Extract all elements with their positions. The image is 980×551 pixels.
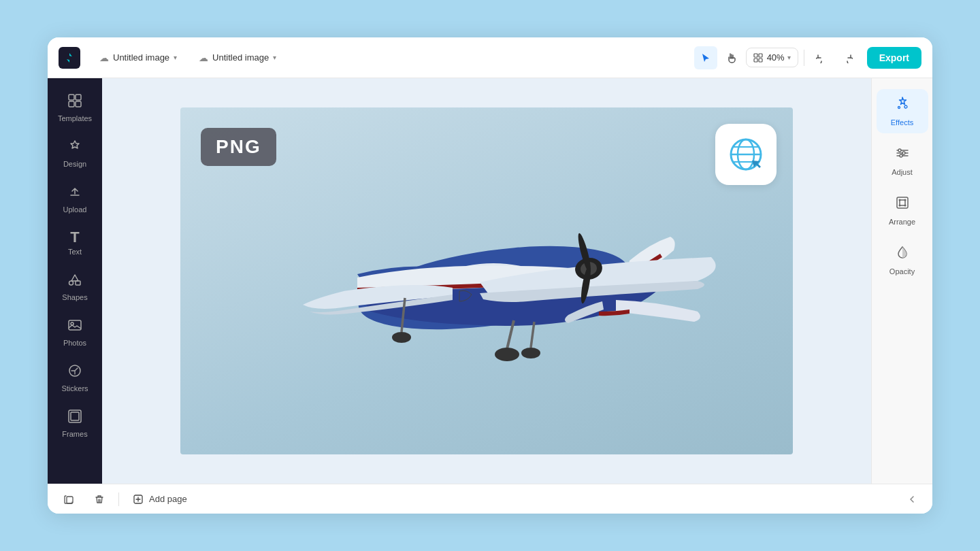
svg-point-44 xyxy=(898,205,900,207)
canvas[interactable]: PNG xyxy=(180,107,793,454)
svg-rect-4 xyxy=(69,95,74,100)
templates-icon xyxy=(67,93,82,112)
panel-item-adjust[interactable]: Adjust xyxy=(877,139,928,183)
bottom-bar: Add page xyxy=(48,484,932,514)
svg-point-33 xyxy=(898,107,900,109)
sidebar-item-label: Stickers xyxy=(61,384,88,393)
shapes-icon xyxy=(67,272,82,290)
arrange-icon xyxy=(895,195,910,214)
svg-line-28 xyxy=(531,322,534,348)
add-page-button[interactable]: Add page xyxy=(127,491,193,507)
svg-point-39 xyxy=(900,154,902,157)
bottom-separator xyxy=(118,492,119,506)
svg-rect-3 xyxy=(759,59,762,62)
sidebar-item-label: Photos xyxy=(63,339,86,347)
svg-rect-1 xyxy=(759,54,762,57)
sidebar-item-label: Upload xyxy=(63,205,87,214)
zoom-chevron-icon: ▾ xyxy=(787,54,791,61)
text-icon: T xyxy=(70,230,79,245)
right-panel: Effects Adjust xyxy=(871,78,932,484)
svg-point-9 xyxy=(69,281,74,285)
sidebar-item-upload[interactable]: Upload xyxy=(52,178,98,220)
svg-rect-0 xyxy=(754,54,757,57)
svg-point-31 xyxy=(392,332,411,343)
upload-icon xyxy=(67,184,82,203)
sidebar-item-label: Templates xyxy=(58,114,92,122)
sidebar-item-templates[interactable]: Templates xyxy=(52,86,98,129)
svg-point-45 xyxy=(904,205,906,207)
add-page-label: Add page xyxy=(149,494,187,504)
panel-item-effects[interactable]: Effects xyxy=(877,89,928,133)
adjust-icon xyxy=(895,146,910,164)
export-button[interactable]: Export xyxy=(867,47,921,69)
sidebar-item-photos[interactable]: Photos xyxy=(52,311,98,354)
sidebar-item-label: Text xyxy=(68,248,82,256)
panel-item-label: Effects xyxy=(891,118,913,127)
svg-rect-7 xyxy=(76,101,81,107)
svg-point-32 xyxy=(904,105,907,108)
panel-item-opacity[interactable]: Opacity xyxy=(877,238,928,282)
doc-tab-1[interactable]: ☁ Untitled image ▾ xyxy=(91,48,185,67)
undo-button[interactable] xyxy=(810,46,833,69)
opacity-icon xyxy=(895,245,910,263)
panel-item-label: Adjust xyxy=(892,168,913,176)
collapse-panel-button[interactable] xyxy=(902,490,921,509)
svg-point-29 xyxy=(521,348,540,358)
sidebar-item-design[interactable]: Design xyxy=(52,132,98,175)
svg-point-38 xyxy=(902,152,905,154)
svg-rect-10 xyxy=(69,320,81,330)
sidebar-item-stickers[interactable]: Stickers xyxy=(52,356,98,399)
doc-tab-2[interactable]: ☁ Untitled image ▾ xyxy=(191,48,284,67)
svg-rect-14 xyxy=(71,412,79,420)
png-badge: PNG xyxy=(201,128,276,166)
sidebar-item-text[interactable]: T Text xyxy=(52,223,98,263)
svg-point-43 xyxy=(904,199,906,201)
copy-page-button[interactable] xyxy=(59,488,80,510)
svg-rect-5 xyxy=(76,95,81,100)
frames-icon xyxy=(67,409,82,427)
cloud-icon-1: ☁ xyxy=(99,52,109,63)
hand-tool-button[interactable] xyxy=(720,46,743,69)
cursor-tool-button[interactable] xyxy=(694,46,717,69)
header-tools: 40% ▾ Export xyxy=(694,46,921,69)
svg-point-37 xyxy=(898,149,901,152)
sidebar-item-frames[interactable]: Frames xyxy=(52,402,98,445)
globe-badge xyxy=(715,124,777,185)
svg-rect-2 xyxy=(754,59,757,62)
sidebar: Templates Design Upload xyxy=(48,78,102,484)
panel-item-label: Arrange xyxy=(889,218,915,226)
stickers-icon xyxy=(67,363,82,382)
effects-icon xyxy=(895,96,910,114)
chevron-down-icon-1: ▾ xyxy=(174,54,177,61)
delete-page-button[interactable] xyxy=(88,488,110,510)
svg-rect-8 xyxy=(76,281,80,285)
panel-item-label: Opacity xyxy=(889,267,915,276)
svg-rect-41 xyxy=(900,200,905,205)
sidebar-item-label: Design xyxy=(63,160,86,168)
doc-tab-1-label: Untitled image xyxy=(113,52,169,63)
app-logo xyxy=(59,47,80,69)
sidebar-item-shapes[interactable]: Shapes xyxy=(52,265,98,308)
svg-rect-6 xyxy=(69,101,74,107)
sidebar-item-label: Frames xyxy=(62,430,87,438)
photos-icon xyxy=(67,318,82,336)
design-icon xyxy=(67,139,82,157)
logo-area xyxy=(59,47,80,69)
doc-tab-2-label: Untitled image xyxy=(212,52,269,63)
sidebar-item-label: Shapes xyxy=(62,293,87,301)
svg-point-42 xyxy=(898,199,900,201)
zoom-control[interactable]: 40% ▾ xyxy=(746,48,798,67)
canvas-area[interactable]: PNG xyxy=(102,78,871,484)
redo-button[interactable] xyxy=(836,46,859,69)
header: ☁ Untitled image ▾ ☁ Untitled image ▾ xyxy=(48,37,932,78)
panel-item-arrange[interactable]: Arrange xyxy=(877,188,928,233)
body: Templates Design Upload xyxy=(48,78,932,484)
chevron-down-icon-2: ▾ xyxy=(273,54,276,61)
header-separator xyxy=(804,50,804,66)
svg-point-27 xyxy=(495,348,519,361)
svg-rect-40 xyxy=(897,197,908,208)
zoom-label: 40% xyxy=(767,52,785,63)
cloud-icon-2: ☁ xyxy=(199,52,208,63)
